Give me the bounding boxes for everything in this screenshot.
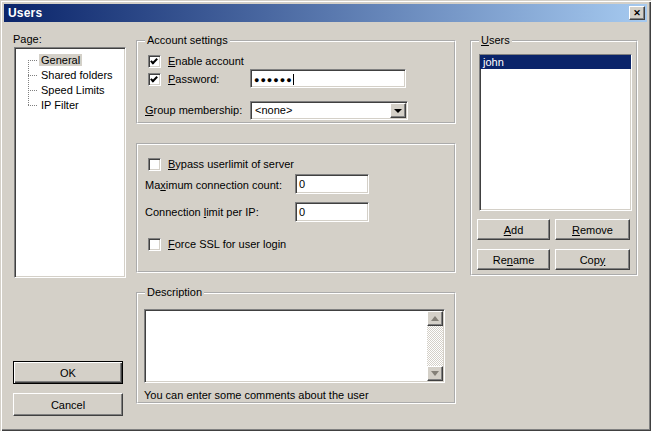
description-hint: You can enter some comments about the us… [144, 389, 369, 402]
description-title: Description [145, 286, 204, 299]
check-icon [150, 57, 158, 65]
enable-account-checkbox[interactable] [148, 55, 161, 68]
password-label[interactable]: Password: [168, 73, 219, 86]
bypass-userlimit-label[interactable]: Bypass userlimit of server [168, 158, 294, 171]
max-connection-label: Maximum connection count: [145, 179, 282, 192]
password-input[interactable]: ●●●●●● [250, 69, 406, 88]
users-group: Users john Add Remove Rename Copy [470, 40, 638, 276]
tree-item-speed-limits[interactable]: Speed Limits [15, 83, 125, 98]
users-dialog: Users ✕ Page: General Shared folders Spe… [0, 0, 651, 431]
cancel-button[interactable]: Cancel [13, 393, 123, 416]
ok-button[interactable]: OK [13, 361, 123, 384]
tree-item-general[interactable]: General [15, 53, 125, 68]
user-list-item[interactable]: john [480, 55, 631, 69]
rename-button[interactable]: Rename [477, 249, 550, 270]
arrow-up-icon [431, 316, 439, 321]
page-tree: General Shared folders Speed Limits IP F… [14, 47, 126, 278]
text-caret [293, 74, 294, 85]
max-connection-input[interactable]: 0 [295, 174, 369, 194]
enable-account-label[interactable]: Enable account [168, 55, 244, 68]
users-group-title: Users [479, 34, 512, 47]
limits-group: Bypass userlimit of server Maximum conne… [136, 143, 456, 273]
group-membership-select[interactable]: <none> [250, 101, 408, 120]
bypass-userlimit-checkbox[interactable] [148, 158, 161, 171]
add-button[interactable]: Add [477, 219, 550, 240]
description-textarea[interactable] [144, 309, 445, 383]
connection-limit-ip-label: Connection limit per IP: [145, 206, 259, 219]
close-button[interactable]: ✕ [629, 6, 645, 20]
users-listbox[interactable]: john [479, 54, 632, 211]
title-bar: Users ✕ [4, 4, 647, 22]
chevron-down-icon [394, 109, 402, 113]
tree-branch-icon [28, 60, 37, 61]
dropdown-button[interactable] [390, 103, 406, 118]
tree-branch-icon [28, 90, 37, 91]
window-title: Users [4, 6, 42, 20]
account-settings-title: Account settings [145, 34, 230, 47]
group-membership-label: Group membership: [145, 104, 242, 117]
force-ssl-label[interactable]: Force SSL for user login [168, 238, 286, 251]
tree-item-ip-filter[interactable]: IP Filter [15, 98, 125, 113]
tree-branch-icon [28, 75, 37, 76]
scroll-up-button[interactable] [427, 311, 443, 326]
tree-item-shared-folders[interactable]: Shared folders [15, 68, 125, 83]
page-label: Page: [13, 33, 42, 46]
connection-limit-ip-input[interactable]: 0 [295, 202, 369, 222]
remove-button[interactable]: Remove [555, 219, 630, 240]
close-icon: ✕ [633, 9, 641, 18]
arrow-down-icon [431, 371, 439, 376]
scroll-down-button[interactable] [427, 366, 443, 381]
vertical-scrollbar[interactable] [427, 311, 443, 381]
force-ssl-checkbox[interactable] [148, 238, 161, 251]
description-group: Description You can enter some comments … [136, 292, 456, 404]
tree-branch-icon [28, 105, 37, 106]
copy-button[interactable]: Copy [555, 249, 630, 270]
account-settings-group: Account settings Enable account Password… [136, 40, 456, 124]
password-checkbox[interactable] [148, 73, 161, 86]
check-icon [150, 75, 158, 83]
